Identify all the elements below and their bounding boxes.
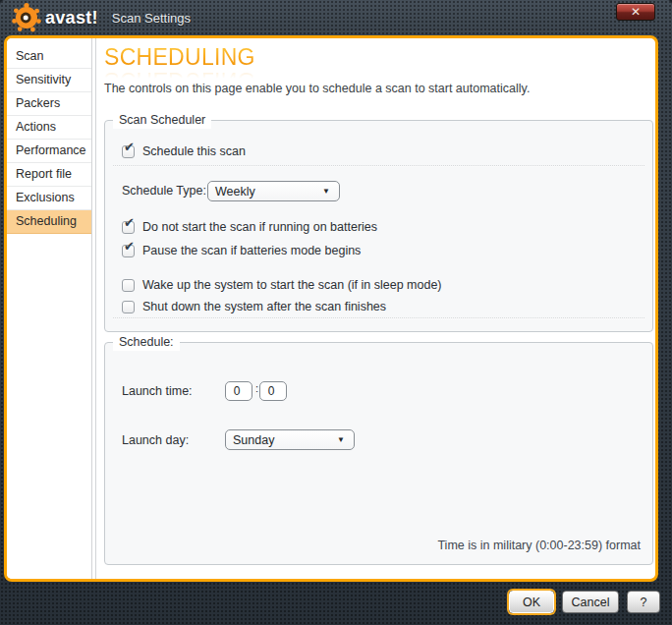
schedule-type-value: Weekly <box>215 185 255 199</box>
schedule-this-scan-row: ✔ Schedule this scan <box>122 144 246 159</box>
close-icon: ✕ <box>631 5 641 19</box>
launch-hour-input[interactable] <box>225 381 252 401</box>
option-row: ✔ Wake up the system to start the scan (… <box>122 278 442 293</box>
schedule-group: Schedule: Launch time: : Launch day: Sun… <box>104 342 653 565</box>
window-title: Scan Settings <box>112 11 191 26</box>
sidebar: Scan Sensitivity Packers Actions Perform… <box>7 38 91 579</box>
sidebar-item-exclusions[interactable]: Exclusions <box>7 187 91 210</box>
sidebar-item-sensitivity[interactable]: Sensitivity <box>7 69 91 92</box>
close-button[interactable]: ✕ <box>616 3 655 21</box>
time-separator: : <box>255 382 258 394</box>
help-button[interactable]: ? <box>627 591 660 613</box>
main-area: SCHEDULING SCHEDULING The controls on th… <box>97 38 655 579</box>
ok-button[interactable]: OK <box>509 591 554 613</box>
launch-minute-input[interactable] <box>259 381 287 401</box>
brand-text: avast! <box>45 8 98 28</box>
shut-down-after-scan-checkbox[interactable]: ✔ <box>122 301 135 313</box>
chevron-down-icon: ▼ <box>322 187 330 196</box>
sidebar-item-actions[interactable]: Actions <box>7 116 91 140</box>
scan-scheduler-group: Scan Scheduler ✔ Schedule this scan Sche… <box>104 120 653 332</box>
checkbox-label: Pause the scan if batteries mode begins <box>142 244 361 258</box>
sidebar-item-scheduling[interactable]: Scheduling <box>7 210 91 234</box>
launch-day-value: Sunday <box>233 433 274 447</box>
sidebar-item-packers[interactable]: Packers <box>7 92 91 116</box>
option-row: ✔ Do not start the scan if running on ba… <box>122 220 377 235</box>
sidebar-item-performance[interactable]: Performance <box>7 140 91 163</box>
launch-day-label: Launch day: <box>122 433 189 447</box>
launch-day-select[interactable]: Sunday ▼ <box>225 429 355 450</box>
option-row: ✔ Pause the scan if batteries mode begin… <box>122 244 361 258</box>
pause-on-batteries-checkbox[interactable]: ✔ <box>122 245 135 257</box>
wake-up-system-checkbox[interactable]: ✔ <box>122 279 135 292</box>
no-start-on-batteries-checkbox[interactable]: ✔ <box>122 221 135 234</box>
group-title: Schedule: <box>113 334 180 351</box>
chevron-down-icon: ▼ <box>337 435 345 444</box>
avast-ball-icon <box>10 1 43 34</box>
checkmark-icon: ✔ <box>124 239 135 254</box>
sidebar-item-scan[interactable]: Scan <box>7 45 91 69</box>
group-title: Scan Scheduler <box>113 112 211 129</box>
checkmark-icon: ✔ <box>124 140 135 154</box>
separator <box>113 165 644 167</box>
schedule-this-scan-checkbox[interactable]: ✔ <box>122 145 135 158</box>
checkbox-label: Shut down the system after the scan fini… <box>142 300 386 314</box>
sidebar-item-report-file[interactable]: Report file <box>7 163 91 187</box>
launch-time-label: Launch time: <box>122 384 193 398</box>
avast-logo: avast! <box>10 1 98 34</box>
schedule-type-select[interactable]: Weekly ▼ <box>207 181 340 201</box>
checkbox-label: Wake up the system to start the scan (if… <box>142 278 442 293</box>
page-description: The controls on this page enable you to … <box>104 82 530 95</box>
page-title: SCHEDULING <box>104 44 255 70</box>
scan-settings-window: avast! Scan Settings ✕ Scan Sensitivity … <box>0 0 672 625</box>
sidebar-divider <box>91 38 96 579</box>
military-time-note: Time is in military (0:00-23:59) format <box>437 539 641 552</box>
title-bar: avast! Scan Settings ✕ <box>0 0 672 35</box>
cancel-button[interactable]: Cancel <box>562 591 619 613</box>
checkbox-label: Schedule this scan <box>142 144 246 159</box>
footer-button-bar: OK Cancel ? <box>509 591 660 613</box>
page-title-reflection: SCHEDULING <box>104 68 255 80</box>
separator <box>113 317 644 319</box>
checkmark-icon: ✔ <box>124 215 135 230</box>
option-row: ✔ Shut down the system after the scan fi… <box>122 300 386 314</box>
content-panel: Scan Sensitivity Packers Actions Perform… <box>4 35 658 582</box>
checkbox-label: Do not start the scan if running on batt… <box>142 220 377 235</box>
schedule-type-label: Schedule Type: <box>122 184 206 198</box>
